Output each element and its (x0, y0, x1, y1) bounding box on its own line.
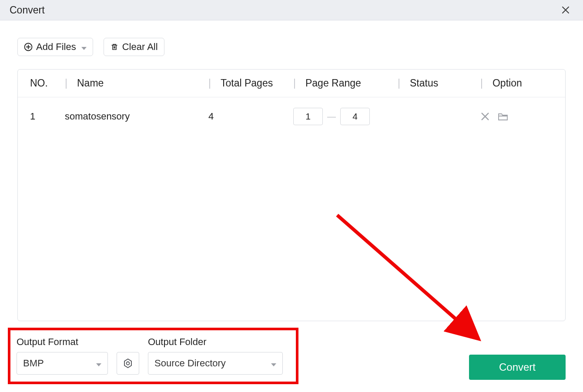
column-page-range: |Page Range (293, 77, 398, 89)
output-folder-group: Output Folder Source Directory (148, 336, 283, 375)
convert-button[interactable]: Convert (469, 355, 566, 380)
column-no: NO. (30, 77, 65, 89)
open-folder-icon[interactable] (498, 112, 508, 121)
footer: Output Format BMP Output Folder Source D… (9, 331, 566, 380)
column-total-pages: |Total Pages (208, 77, 293, 89)
add-files-button[interactable]: Add Files (17, 38, 93, 56)
window-title: Convert (10, 4, 45, 16)
svg-point-2 (127, 362, 130, 365)
chevron-down-icon (271, 358, 276, 369)
output-folder-label: Output Folder (148, 336, 283, 348)
output-format-group: Output Format BMP (17, 336, 108, 375)
table-row: 1 somatosensory 4 — (30, 105, 553, 128)
row-no: 1 (30, 111, 65, 122)
toolbar: Add Files Clear All (0, 20, 583, 65)
close-icon[interactable] (558, 2, 573, 18)
plus-circle-icon (24, 43, 33, 51)
settings-button[interactable] (117, 352, 139, 375)
output-settings: Output Format BMP Output Folder Source D… (9, 331, 291, 380)
chevron-down-icon (81, 41, 87, 53)
range-separator: — (327, 112, 336, 122)
add-files-label: Add Files (36, 41, 76, 53)
row-page-range: — (293, 108, 398, 125)
output-format-label: Output Format (17, 336, 108, 348)
page-range-from-input[interactable] (293, 108, 323, 125)
svg-marker-1 (124, 359, 131, 368)
output-folder-value: Source Directory (154, 358, 226, 369)
output-format-value: BMP (23, 358, 44, 369)
output-format-select[interactable]: BMP (17, 352, 108, 375)
column-name: |Name (65, 77, 208, 89)
column-option: |Option (480, 77, 553, 89)
row-option (480, 112, 553, 121)
table-body: 1 somatosensory 4 — (18, 97, 565, 136)
gear-icon (123, 358, 133, 369)
page-range-to-input[interactable] (340, 108, 370, 125)
chevron-down-icon (96, 358, 101, 369)
output-folder-select[interactable]: Source Directory (148, 352, 283, 375)
clear-all-button[interactable]: Clear All (104, 38, 164, 56)
title-bar: Convert (0, 0, 583, 20)
column-status: |Status (398, 77, 480, 89)
row-name: somatosensory (65, 111, 208, 122)
row-total-pages: 4 (208, 111, 293, 122)
remove-row-icon[interactable] (480, 112, 490, 121)
table-header: NO. |Name |Total Pages |Page Range |Stat… (18, 70, 565, 97)
trash-icon (110, 43, 119, 51)
clear-all-label: Clear All (122, 41, 158, 53)
file-table: NO. |Name |Total Pages |Page Range |Stat… (17, 69, 566, 321)
